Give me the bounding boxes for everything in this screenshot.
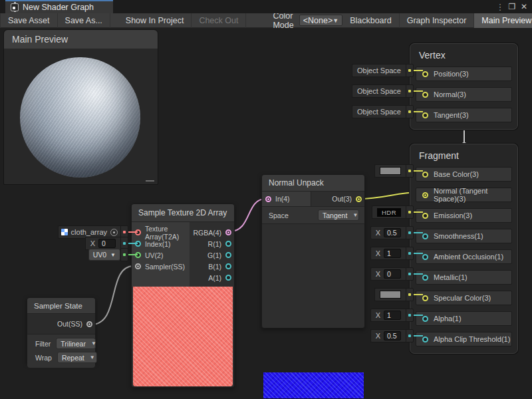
main-preview-toggle[interactable]: Main Preview [474,13,532,28]
slot-label: Specular Color(3) [434,294,491,302]
main-preview-panel[interactable]: Main Preview [3,29,158,185]
base-color-widget[interactable] [374,164,414,178]
port-metallic[interactable] [422,275,428,281]
output-out-ss: Out(SS) [27,314,95,334]
color-swatch[interactable] [380,167,401,175]
object-picker-icon[interactable] [110,229,118,236]
slot-label: Alpha(1) [434,315,462,323]
uv-channel-widget[interactable]: UV0 ▼ [88,248,128,261]
panel-title: Main Preview [12,34,68,45]
wire-rgba-to-in4[interactable] [230,199,265,231]
port-dot [406,164,414,178]
ambient-occlusion-widget[interactable]: X1 [370,247,414,260]
specular-color-widget[interactable] [374,288,414,301]
alpha-widget[interactable]: X1 [370,309,414,322]
value-field[interactable]: 0.5 [384,331,401,340]
vertex-node[interactable]: Vertex Position(3) Normal(3) Tangent(3) [410,43,518,130]
toolbar: Save Asset Save As... Show In Project Ch… [0,13,532,28]
port-dot [406,226,414,239]
slot-label: R(1) [208,240,221,248]
sampler-state-node[interactable]: Sampler State Out(SS) Filter Trilinear ▼… [27,297,96,364]
slot-label: Ambient Occlusion(1) [434,253,503,261]
normal-space-widget[interactable]: Object Space [352,84,414,98]
port-alpha[interactable] [422,316,428,322]
port-r[interactable] [225,241,231,247]
normal-unpack-node[interactable]: Normal Unpack In(4) Out(3) Space Tangent… [261,174,365,329]
fragment-node[interactable]: Fragment Base Color(3) Normal (Tangent S… [410,144,518,354]
close-icon[interactable]: ✕ [519,1,529,13]
port-dot [406,267,414,281]
port-normal[interactable] [422,92,428,98]
slot-label: Normal (Tangent Space)(3) [434,187,511,203]
port-in4[interactable] [265,196,271,202]
main-preview-panel-header[interactable]: Main Preview [4,30,158,49]
space-dropdown[interactable]: Tangent ▼ [318,209,359,221]
texture-thumbnail-icon [61,229,68,235]
port-a[interactable] [225,275,231,281]
show-in-project-button[interactable]: Show In Project [118,13,192,28]
port-normal-tangent-space[interactable] [422,192,428,198]
wrap-label: Wrap [35,354,52,362]
filter-label: Filter [35,340,51,348]
save-as-button[interactable]: Save As... [58,13,110,28]
graph-canvas[interactable]: Main Preview Vertex Position(3) Normal(3… [0,28,532,398]
blackboard-toggle[interactable]: Blackboard [342,13,400,28]
cloth-texture-preview [133,287,233,386]
slot-alpha: Alpha(1) [416,311,512,326]
value-field[interactable]: 1 [384,311,401,320]
port-dot [406,247,414,260]
tangent-space-widget[interactable]: Object Space [352,105,414,118]
filter-dropdown[interactable]: Trilinear ▼ [56,338,96,349]
space-value: Tangent [323,211,347,219]
slot-label: In(4) [275,195,290,203]
port-base-color[interactable] [422,172,428,178]
port-smoothness[interactable] [422,233,428,239]
port-tangent[interactable] [422,112,428,118]
panel-resize-handle[interactable] [146,180,154,182]
wire-samplerstate-to-sampler[interactable] [91,266,134,325]
space-label: Object Space [357,108,401,116]
kebab-menu-icon[interactable]: ⋮ [495,1,505,13]
output-a: A(1) [190,272,234,283]
color-mode-dropdown[interactable]: <None> ▼ [299,15,342,26]
maximize-icon[interactable]: ❐ [507,1,517,13]
slot-label: Emission(3) [434,211,472,219]
save-asset-button[interactable]: Save Asset [0,13,58,28]
value-field[interactable]: 0 [98,239,116,248]
wrap-setting-row: Wrap Repeat ▼ [27,350,95,364]
position-space-widget[interactable]: Object Space [352,64,414,77]
port-out3[interactable] [356,196,362,202]
tab-new-shader-graph[interactable]: New Shader Graph [5,0,113,13]
preview-sphere[interactable] [20,57,140,178]
hdr-color-field[interactable]: HDR [377,208,401,217]
port-ambient-occlusion[interactable] [422,254,428,260]
emission-hdr-widget[interactable]: HDR [372,205,414,219]
port-alpha-clip-threshold[interactable] [422,336,428,342]
sample-texture-2d-array-node[interactable]: Sample Texture 2D Array Texture Array(T2… [131,203,235,388]
port-out-ss[interactable] [86,321,92,327]
port-rgba[interactable] [225,229,231,235]
chevron-down-icon: ▼ [352,212,358,218]
color-swatch[interactable] [380,291,401,299]
port-specular-color[interactable] [422,295,428,301]
uv-channel-dropdown[interactable]: UV0 ▼ [88,249,120,261]
title-bar: New Shader Graph ⋮ ❐ ✕ [0,0,532,13]
value-field[interactable]: 1 [384,249,401,258]
graph-inspector-toggle[interactable]: Graph Inspector [400,13,475,28]
smoothness-widget[interactable]: X0.5 [370,226,414,239]
port-position[interactable] [422,71,428,77]
port-sampler[interactable] [135,263,141,269]
slot-label: Position(3) [434,70,469,78]
value-field[interactable]: 0.5 [384,228,401,237]
value-field[interactable]: 0 [384,269,401,279]
texture-name: cloth_array [71,228,107,236]
alpha-clip-widget[interactable]: X0.5 [370,329,414,342]
metallic-widget[interactable]: X0 [370,267,414,281]
port-b[interactable] [225,263,231,269]
wrap-dropdown[interactable]: Repeat ▼ [57,352,97,363]
filter-setting-row: Filter Trilinear ▼ [27,336,95,350]
port-g[interactable] [225,252,231,258]
filter-value: Trilinear [61,340,86,348]
main-preview-viewport[interactable] [4,49,158,184]
port-emission[interactable] [422,213,428,219]
